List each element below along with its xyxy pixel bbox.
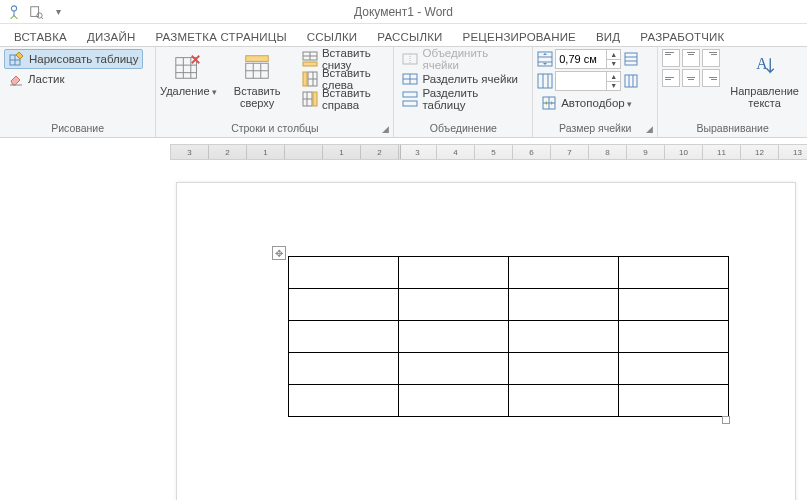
text-direction-icon: A [749,51,781,83]
svg-rect-1 [31,6,39,16]
delete-button[interactable]: Удаление [160,49,216,99]
table-cell[interactable] [619,321,729,353]
table-cell[interactable] [289,257,399,289]
group-draw: Нарисовать таблицу Ластик Рисование [0,47,156,137]
table-cell[interactable] [619,289,729,321]
print-preview-icon[interactable] [28,4,44,20]
row-height-input[interactable]: ▲▼ [555,49,621,69]
table-cell[interactable] [289,353,399,385]
group-merge-label: Объединение [398,120,528,137]
split-table-button[interactable]: Разделить таблицу [398,89,528,109]
ribbon: Нарисовать таблицу Ластик Рисование Удал… [0,46,807,138]
table-cell[interactable] [509,353,619,385]
insert-right-button[interactable]: Вставить справа [298,89,390,109]
insert-right-icon [302,91,318,107]
align-ml[interactable] [662,69,680,87]
table-cell[interactable] [509,385,619,417]
table-cell[interactable] [399,321,509,353]
tab-view[interactable]: ВИД [586,28,630,46]
align-mr[interactable] [702,69,720,87]
draw-table-button[interactable]: Нарисовать таблицу [4,49,143,69]
tab-page-layout[interactable]: РАЗМЕТКА СТРАНИЦЫ [145,28,296,46]
horizontal-ruler[interactable]: 32112345678910111213 [170,144,807,160]
distribute-cols-icon[interactable] [623,73,639,89]
draw-table-label: Нарисовать таблицу [29,53,138,65]
table-move-handle[interactable]: ✥ [272,246,286,260]
distribute-rows-icon[interactable] [623,51,639,67]
insert-right-label: Вставить справа [322,87,386,111]
insert-left-button[interactable]: Вставить слева [298,69,390,89]
row-height-value[interactable] [556,50,606,68]
table-cell[interactable] [399,385,509,417]
tab-design[interactable]: ДИЗАЙН [77,28,145,46]
svg-rect-12 [313,92,317,106]
align-mc[interactable] [682,69,700,87]
svg-rect-8 [303,62,317,66]
tab-insert[interactable]: ВСТАВКА [4,28,77,46]
col-width-value[interactable] [556,72,606,90]
col-width-input[interactable]: ▲▼ [555,71,621,91]
tab-developer[interactable]: РАЗРАБОТЧИК [630,28,734,46]
col-width-icon [537,73,553,89]
autofit-icon [541,95,557,111]
col-width-down[interactable]: ▼ [606,81,620,91]
col-width-up[interactable]: ▲ [606,72,620,81]
document-table[interactable] [288,256,729,417]
autofit-button[interactable]: Автоподбор [537,93,639,113]
table-cell[interactable] [619,257,729,289]
svg-rect-16 [403,101,417,106]
insert-above-button[interactable]: Вставить сверху [220,49,294,111]
table-cell[interactable] [399,289,509,321]
autofit-label: Автоподбор [561,97,632,109]
insert-below-icon [302,51,318,67]
group-rows-cols: Удаление Вставить сверху Вставить снизу … [156,47,394,137]
insert-above-icon [241,51,273,83]
table-cell[interactable] [509,289,619,321]
split-cells-label: Разделить ячейки [422,73,517,85]
group-rows-cols-label: Строки и столбцы [160,120,389,137]
insert-below-button[interactable]: Вставить снизу [298,49,390,69]
group-draw-label: Рисование [4,120,151,137]
svg-rect-15 [403,92,417,97]
text-direction-button[interactable]: A Направление текста [726,49,803,111]
document-area: 32112345678910111213 ✥ [0,138,807,500]
svg-rect-18 [625,53,637,65]
eraser-button[interactable]: Ластик [4,69,143,89]
window-title: Документ1 - Word [354,5,453,19]
split-cells-button[interactable]: Разделить ячейки [398,69,528,89]
cell-size-launcher-icon[interactable]: ◢ [643,123,655,135]
table-cell[interactable] [509,321,619,353]
align-tl[interactable] [662,49,680,67]
qat-customize-icon[interactable]: ▾ [50,4,66,20]
split-table-icon [402,91,418,107]
rows-cols-launcher-icon[interactable]: ◢ [379,123,391,135]
insert-above-label: Вставить сверху [224,85,290,109]
table-cell[interactable] [289,321,399,353]
delete-label: Удаление [160,85,217,97]
table-resize-handle[interactable] [722,416,730,424]
group-alignment: A Направление текста Выравнивание [658,47,807,137]
table-cell[interactable] [289,289,399,321]
table-cell[interactable] [619,385,729,417]
split-cells-icon [402,71,418,87]
table-cell[interactable] [619,353,729,385]
alignment-grid [662,49,720,87]
tab-references[interactable]: ССЫЛКИ [297,28,368,46]
align-tr[interactable] [702,49,720,67]
tab-mailings[interactable]: РАССЫЛКИ [367,28,452,46]
svg-rect-19 [538,74,552,88]
tab-review[interactable]: РЕЦЕНЗИРОВАНИЕ [453,28,586,46]
insert-left-icon [302,71,318,87]
table-cell[interactable] [509,257,619,289]
align-tc[interactable] [682,49,700,67]
table-cell[interactable] [399,257,509,289]
table-cell[interactable] [399,353,509,385]
row-height-down[interactable]: ▼ [606,59,620,69]
touch-mode-icon[interactable] [6,4,22,20]
row-height-up[interactable]: ▲ [606,50,620,59]
delete-icon [172,51,204,83]
ribbon-tabs: ВСТАВКА ДИЗАЙН РАЗМЕТКА СТРАНИЦЫ ССЫЛКИ … [0,24,807,46]
merge-cells-button: Объединить ячейки [398,49,528,69]
table-cell[interactable] [289,385,399,417]
text-direction-label: Направление текста [730,85,799,109]
